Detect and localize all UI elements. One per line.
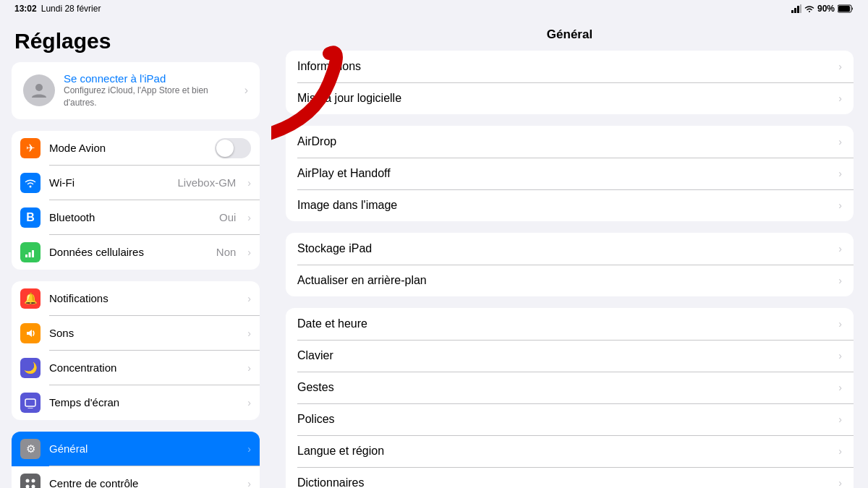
status-date: Lundi 28 février — [41, 4, 101, 14]
battery-icon — [838, 4, 854, 13]
date-heure-label: Date et heure — [297, 317, 838, 330]
sidebar-item-wifi[interactable]: Wi-Fi Livebox-GM › — [12, 166, 260, 200]
langue-region-chevron-icon: › — [838, 445, 842, 457]
gestes-label: Gestes — [297, 381, 838, 394]
sons-chevron-icon: › — [247, 328, 251, 339]
general-icon: ⚙ — [20, 439, 41, 459]
temps-ecran-icon — [20, 393, 41, 413]
panel-group-info: Informations › Mise à jour logicielle › — [286, 51, 854, 114]
panel-item-clavier[interactable]: Clavier › — [286, 340, 854, 372]
dictionnaires-label: Dictionnaires — [297, 476, 838, 488]
mode-avion-icon: ✈ — [20, 138, 41, 158]
clavier-chevron-icon: › — [838, 350, 842, 361]
sidebar-item-sons[interactable]: Sons › — [12, 316, 260, 351]
temps-ecran-label: Temps d'écran — [49, 396, 239, 408]
sidebar-title: Réglages — [0, 17, 271, 62]
settings-group-system: ⚙ Général › Centre de contrôle › AA — [12, 432, 260, 488]
maj-logicielle-chevron-icon: › — [838, 93, 842, 104]
langue-region-label: Langue et région — [297, 445, 838, 458]
panel-item-langue-region[interactable]: Langue et région › — [286, 435, 854, 467]
panel-item-polices[interactable]: Polices › — [286, 403, 854, 435]
sidebar-item-mode-avion[interactable]: ✈ Mode Avion — [12, 131, 260, 166]
date-heure-chevron-icon: › — [838, 318, 842, 330]
right-panel: Général Informations › Mise à jour logic… — [271, 17, 868, 488]
panel-item-airplay[interactable]: AirPlay et Handoff › — [286, 158, 854, 189]
panel-group-localization: Date et heure › Clavier › Gestes › Polic… — [286, 308, 854, 488]
centre-controle-label: Centre de contrôle — [49, 477, 239, 488]
svg-point-7 — [30, 185, 32, 187]
svg-point-14 — [32, 479, 35, 482]
sidebar: Réglages Se connecter à l'iPad Configure… — [0, 17, 271, 488]
mode-avion-label: Mode Avion — [49, 142, 206, 154]
wifi-label: Wi-Fi — [49, 176, 169, 189]
profile-subtitle: Configurez iCloud, l'App Store et bien d… — [64, 85, 236, 109]
sidebar-item-concentration[interactable]: 🌙 Concentration › — [12, 351, 260, 385]
temps-ecran-chevron-icon: › — [247, 397, 251, 408]
panel-item-informations[interactable]: Informations › — [286, 51, 854, 82]
status-right: 90% — [791, 4, 854, 14]
wifi-icon — [804, 4, 814, 13]
airdrop-chevron-icon: › — [838, 136, 842, 147]
concentration-icon: 🌙 — [20, 358, 41, 378]
general-label: Général — [49, 442, 239, 455]
airplay-label: AirPlay et Handoff — [297, 167, 838, 180]
svg-rect-5 — [838, 6, 850, 12]
notifications-label: Notifications — [49, 292, 239, 304]
bluetooth-chevron-icon: › — [247, 212, 251, 223]
svg-rect-10 — [32, 250, 34, 257]
status-time: 13:02 — [14, 4, 37, 14]
svg-rect-1 — [794, 8, 796, 13]
sidebar-item-centre-controle[interactable]: Centre de contrôle › — [12, 466, 260, 488]
stockage-label: Stockage iPad — [297, 242, 838, 255]
actualiser-label: Actualiser en arrière-plan — [297, 274, 838, 287]
donnees-cellulaires-chevron-icon: › — [247, 247, 251, 258]
mode-avion-toggle[interactable] — [215, 138, 251, 158]
sidebar-item-general[interactable]: ⚙ Général › — [12, 432, 260, 466]
sidebar-item-temps-ecran[interactable]: Temps d'écran › — [12, 385, 260, 420]
panel-item-date-heure[interactable]: Date et heure › — [286, 308, 854, 340]
svg-rect-11 — [25, 399, 35, 406]
panel-item-maj-logicielle[interactable]: Mise à jour logicielle › — [286, 82, 854, 114]
battery-percent: 90% — [817, 4, 835, 14]
dictionnaires-chevron-icon: › — [838, 477, 842, 488]
sidebar-item-notifications[interactable]: 🔔 Notifications › — [12, 281, 260, 316]
signal-icon — [791, 4, 801, 13]
bluetooth-value: Oui — [219, 211, 236, 223]
general-chevron-icon: › — [247, 443, 251, 455]
svg-rect-2 — [797, 6, 799, 13]
panel-item-image-image[interactable]: Image dans l'image › — [286, 189, 854, 221]
notifications-icon: 🔔 — [20, 288, 41, 309]
settings-group-notifications: 🔔 Notifications › Sons › 🌙 Concentration… — [12, 281, 260, 420]
panel-group-sharing: AirDrop › AirPlay et Handoff › Image dan… — [286, 126, 854, 221]
svg-point-15 — [26, 484, 30, 488]
panel-item-gestes[interactable]: Gestes › — [286, 372, 854, 403]
svg-rect-0 — [791, 10, 793, 13]
panel-item-actualiser[interactable]: Actualiser en arrière-plan › — [286, 265, 854, 296]
image-image-chevron-icon: › — [838, 200, 842, 211]
clavier-label: Clavier — [297, 349, 838, 362]
gestes-chevron-icon: › — [838, 382, 842, 393]
bluetooth-icon: B — [20, 207, 41, 228]
settings-group-connectivity: ✈ Mode Avion Wi-Fi Livebox-GM › B Bl — [12, 131, 260, 270]
panel-item-stockage[interactable]: Stockage iPad › — [286, 233, 854, 265]
panel-group-storage: Stockage iPad › Actualiser en arrière-pl… — [286, 233, 854, 296]
informations-label: Informations — [297, 60, 838, 73]
sidebar-item-bluetooth[interactable]: B Bluetooth Oui › — [12, 200, 260, 235]
image-image-label: Image dans l'image — [297, 199, 838, 212]
panel-item-dictionnaires[interactable]: Dictionnaires › — [286, 467, 854, 488]
maj-logicielle-label: Mise à jour logicielle — [297, 92, 838, 105]
notifications-chevron-icon: › — [247, 293, 251, 304]
panel-item-airdrop[interactable]: AirDrop › — [286, 126, 854, 158]
profile-section[interactable]: Se connecter à l'iPad Configurez iCloud,… — [12, 62, 260, 119]
svg-rect-9 — [29, 252, 31, 257]
concentration-chevron-icon: › — [247, 362, 251, 374]
svg-point-6 — [35, 84, 43, 91]
donnees-cellulaires-label: Données cellulaires — [49, 246, 208, 258]
svg-point-13 — [26, 479, 30, 482]
profile-chevron-icon: › — [244, 84, 248, 97]
avatar — [23, 74, 55, 106]
sidebar-item-donnees-cellulaires[interactable]: Données cellulaires Non › — [12, 235, 260, 270]
donnees-cellulaires-icon — [20, 242, 41, 262]
airplay-chevron-icon: › — [838, 168, 842, 179]
actualiser-chevron-icon: › — [838, 275, 842, 286]
